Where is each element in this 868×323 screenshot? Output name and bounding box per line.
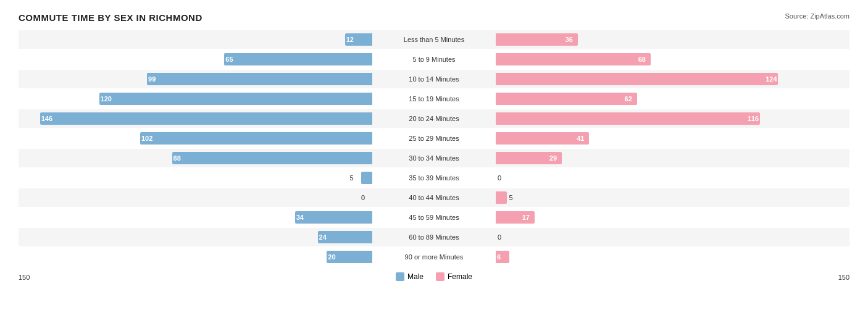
table-row: 40 to 44 Minutes05: [19, 188, 849, 207]
table-row: 60 to 89 Minutes240: [19, 228, 849, 246]
value-female: 29: [549, 154, 557, 162]
row-label: 90 or more Minutes: [378, 253, 490, 261]
table-row: 35 to 39 Minutes50: [19, 169, 849, 187]
table-row: 90 or more Minutes206: [19, 248, 849, 266]
table-row: 20 to 24 Minutes146116: [19, 109, 849, 128]
bar-male: [40, 112, 372, 125]
legend: Male Female: [19, 272, 849, 281]
row-label: 30 to 34 Minutes: [378, 154, 490, 162]
value-female: 68: [638, 56, 646, 63]
bar-male: [99, 93, 372, 105]
row-label: 25 to 29 Minutes: [378, 135, 490, 142]
table-row: Less than 5 Minutes1236: [19, 30, 849, 49]
value-male: 34: [296, 214, 304, 221]
value-female: 0: [498, 174, 501, 182]
row-label: 5 to 9 Minutes: [378, 56, 490, 63]
value-female: 0: [498, 233, 501, 241]
chart-container: COMMUTE TIME BY SEX IN RICHMOND Source: …: [0, 0, 868, 323]
bar-male: [140, 132, 372, 145]
bar-female: [496, 112, 760, 125]
row-label: 40 to 44 Minutes: [378, 194, 490, 201]
legend-male: Male: [396, 272, 424, 281]
bar-male: [172, 152, 372, 164]
bar-male: [361, 172, 372, 184]
value-male: 0: [361, 194, 365, 201]
row-label: 15 to 19 Minutes: [378, 95, 490, 103]
value-female: 62: [625, 95, 632, 103]
row-label: 35 to 39 Minutes: [378, 174, 490, 182]
table-row: 5 to 9 Minutes6568: [19, 50, 849, 69]
table-row: 15 to 19 Minutes12062: [19, 90, 849, 108]
bar-female: [496, 93, 637, 105]
value-female: 116: [748, 115, 759, 122]
table-row: 30 to 34 Minutes8829: [19, 149, 849, 167]
value-female: 41: [577, 135, 584, 142]
legend-male-box: [396, 272, 404, 281]
axis-left: 150: [19, 274, 30, 281]
bar-female: [496, 132, 589, 145]
value-male: 99: [148, 75, 156, 83]
value-female: 17: [522, 214, 530, 221]
value-male: 12: [346, 36, 354, 43]
value-male: 5: [350, 174, 354, 182]
row-label: 60 to 89 Minutes: [378, 233, 490, 241]
value-male: 146: [41, 115, 52, 122]
value-male: 88: [173, 154, 181, 162]
value-female: 5: [509, 194, 512, 201]
bar-male: [147, 73, 372, 85]
table-row: 25 to 29 Minutes10241: [19, 129, 849, 148]
value-female: 6: [497, 253, 501, 261]
table-row: 45 to 59 Minutes3417: [19, 208, 849, 227]
value-male: 20: [328, 253, 335, 261]
bar-male: [224, 53, 372, 65]
legend-female-label: Female: [448, 272, 472, 281]
table-row: 10 to 14 Minutes99124: [19, 70, 849, 88]
legend-male-label: Male: [407, 272, 424, 281]
legend-female-box: [436, 272, 444, 281]
legend-female: Female: [436, 272, 472, 281]
bar-female: [496, 191, 507, 204]
bar-female: [496, 73, 778, 85]
row-label: Less than 5 Minutes: [378, 36, 490, 43]
value-male: 102: [141, 135, 152, 142]
source-text: Source: ZipAtlas.com: [785, 12, 849, 20]
value-male: 65: [225, 56, 233, 63]
axis-right: 150: [838, 274, 849, 281]
bar-male: [295, 211, 372, 224]
chart-area: Less than 5 Minutes12365 to 9 Minutes656…: [19, 30, 849, 267]
row-label: 45 to 59 Minutes: [378, 214, 490, 221]
row-label: 10 to 14 Minutes: [378, 75, 490, 83]
row-label: 20 to 24 Minutes: [378, 115, 490, 122]
value-female: 124: [766, 75, 777, 83]
value-male: 120: [101, 95, 112, 103]
value-male: 24: [319, 233, 327, 241]
bar-female: [496, 53, 651, 65]
chart-title: COMMUTE TIME BY SEX IN RICHMOND: [19, 12, 849, 23]
value-female: 36: [565, 36, 573, 43]
